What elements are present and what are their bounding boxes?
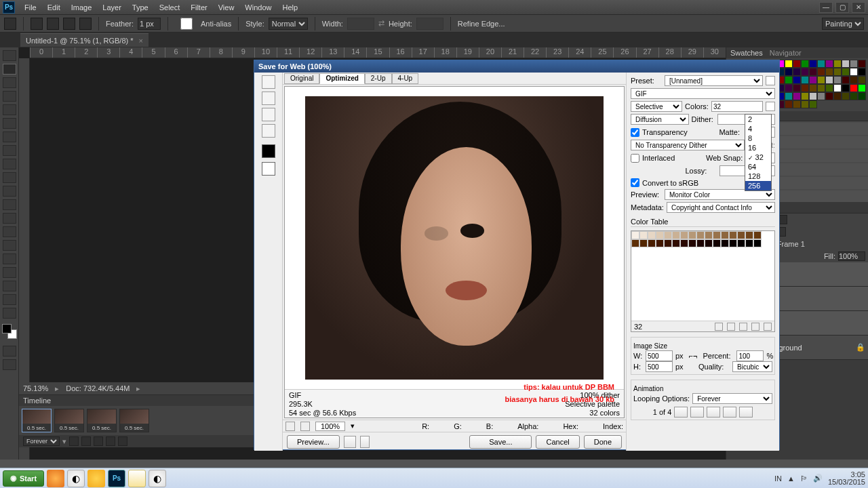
first-frame-button[interactable] — [69, 436, 79, 446]
gradient-tool[interactable] — [3, 199, 16, 210]
hand-tool[interactable] — [3, 294, 16, 305]
swatch[interactable] — [801, 92, 809, 100]
swatch[interactable] — [817, 84, 825, 92]
timeline-frame[interactable]: 0.5 sec. — [119, 409, 149, 432]
color-table-cell[interactable] — [656, 239, 664, 247]
close-button[interactable]: ✕ — [852, 2, 865, 13]
swatch[interactable] — [785, 92, 793, 100]
fill-input[interactable] — [838, 251, 865, 261]
colors-dropdown[interactable]: 248163264128256 — [745, 114, 772, 191]
foreground-color[interactable] — [262, 144, 275, 158]
blur-tool[interactable] — [3, 213, 16, 224]
transparency-checkbox[interactable]: Transparency — [631, 128, 688, 137]
interlaced-checkbox[interactable]: Interlaced — [631, 154, 675, 163]
swatch[interactable] — [801, 84, 809, 92]
color-table-cell[interactable] — [631, 231, 639, 239]
swatch[interactable] — [809, 92, 817, 100]
color-table-cell[interactable] — [745, 231, 753, 239]
swatch[interactable] — [793, 68, 801, 76]
close-tab-icon[interactable]: × — [139, 37, 143, 45]
play-button[interactable] — [94, 436, 103, 446]
lasso-tool[interactable] — [3, 77, 16, 88]
color-table-cell[interactable] — [672, 231, 680, 239]
toggle-slices-icon[interactable] — [262, 162, 275, 176]
swatch[interactable] — [801, 76, 809, 84]
height-input[interactable] — [646, 361, 673, 372]
browser-icon[interactable] — [344, 436, 356, 448]
swatch[interactable] — [825, 92, 833, 100]
colors-option[interactable]: 64 — [745, 162, 771, 171]
swatches-tab[interactable]: Swatches — [730, 49, 763, 57]
move-tool[interactable] — [3, 50, 16, 61]
swatch[interactable] — [809, 84, 817, 92]
swatch[interactable] — [842, 76, 850, 84]
ct-icon[interactable] — [751, 323, 760, 331]
hand-tool-icon[interactable] — [262, 75, 275, 89]
color-table-cell[interactable] — [729, 239, 737, 247]
document-tab[interactable]: Untitled-1 @ 75.1% (1, RGB/8) * × — [20, 33, 149, 47]
swatch[interactable] — [817, 68, 825, 76]
swatch[interactable] — [858, 84, 866, 92]
color-table-cell[interactable] — [648, 231, 656, 239]
photoshop-taskbar-icon[interactable]: Ps — [108, 470, 125, 487]
wand-tool[interactable] — [3, 91, 16, 102]
color-table-cell[interactable] — [631, 239, 639, 247]
swatch[interactable] — [825, 60, 833, 68]
color-table-cell[interactable] — [721, 239, 729, 247]
swatch[interactable] — [833, 92, 842, 100]
eraser-tool[interactable] — [3, 186, 16, 197]
shape-tool[interactable] — [3, 281, 16, 291]
format-select[interactable]: GIF — [631, 88, 775, 99]
selection-intersect-icon[interactable] — [79, 18, 92, 30]
color-table-cell[interactable] — [680, 239, 688, 247]
first-frame-button[interactable] — [674, 407, 688, 418]
ct-icon[interactable] — [715, 323, 723, 331]
color-table-cell[interactable] — [688, 239, 696, 247]
next-frame-button[interactable] — [106, 436, 115, 446]
swatch[interactable] — [850, 68, 858, 76]
tray-icon[interactable]: 🏳 — [800, 474, 808, 483]
workspace-select[interactable]: Painting — [822, 18, 864, 30]
swatch[interactable] — [833, 76, 842, 84]
colors-option[interactable]: 8 — [745, 134, 771, 143]
play-button[interactable] — [707, 407, 720, 418]
color-table-cell[interactable] — [753, 231, 762, 239]
ct-icon[interactable] — [739, 323, 747, 331]
ct-trash-icon[interactable] — [764, 323, 772, 331]
timeline-frame[interactable]: 0.5 sec. — [54, 409, 84, 432]
color-table-cell[interactable] — [680, 231, 688, 239]
preset-menu-icon[interactable] — [766, 76, 775, 85]
history-brush-tool[interactable] — [3, 172, 16, 183]
language-indicator[interactable]: IN — [774, 474, 782, 483]
swatch[interactable] — [809, 68, 817, 76]
colors-option[interactable]: 128 — [745, 171, 771, 181]
selection-add-icon[interactable] — [47, 18, 59, 30]
color-table-cell[interactable] — [696, 231, 705, 239]
swatch[interactable] — [809, 76, 817, 84]
colors-option[interactable]: 256 — [745, 181, 771, 190]
style-select[interactable]: Normal — [269, 18, 308, 30]
menu-view[interactable]: View — [213, 0, 240, 15]
dither-select[interactable]: Diffusion — [631, 114, 689, 125]
antialias-checkbox[interactable]: Anti-alias — [175, 18, 231, 30]
swatch[interactable] — [785, 100, 793, 108]
selection-sub-icon[interactable] — [63, 18, 75, 30]
convert-srgb-checkbox[interactable]: Convert to sRGB — [631, 178, 698, 187]
swatch[interactable] — [801, 100, 809, 108]
stamp-tool[interactable] — [3, 159, 16, 169]
color-table-cell[interactable] — [705, 239, 713, 247]
swatch[interactable] — [833, 68, 842, 76]
color-table-cell[interactable] — [705, 231, 713, 239]
maximize-button[interactable]: ▢ — [835, 2, 849, 13]
path-tool[interactable] — [3, 267, 16, 278]
preset-select[interactable]: [Unnamed] — [665, 75, 763, 86]
menu-select[interactable]: Select — [154, 0, 186, 15]
width-input[interactable] — [347, 18, 374, 30]
chrome-icon[interactable]: ◐ — [67, 470, 85, 487]
timeline-frame[interactable]: 0.5 sec. — [22, 409, 52, 432]
swatch[interactable] — [833, 60, 842, 68]
zoom-readout[interactable]: 75.13% — [23, 384, 48, 392]
swatch[interactable] — [858, 76, 866, 84]
explorer-icon[interactable] — [128, 470, 146, 487]
swatch[interactable] — [793, 100, 801, 108]
